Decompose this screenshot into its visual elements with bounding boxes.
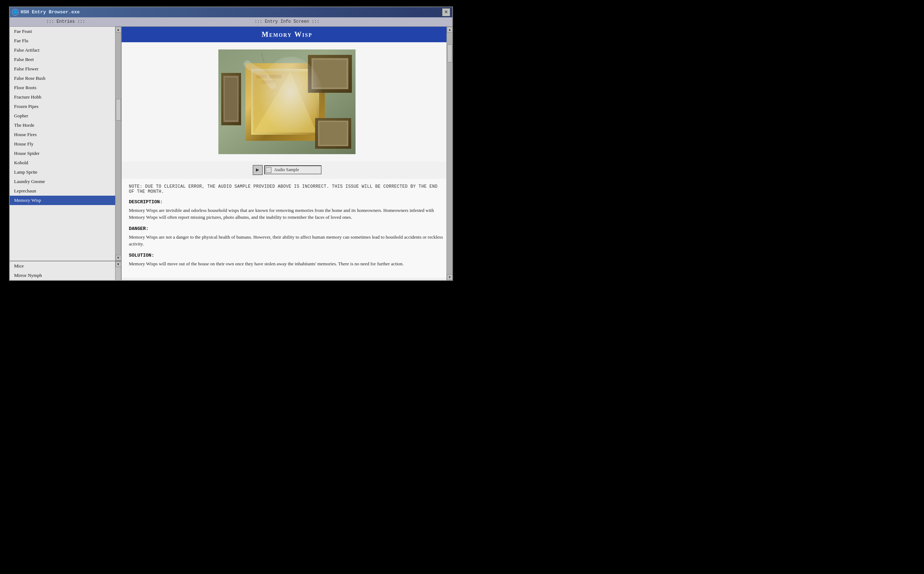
solution-text: Memory Wisps will move out of the house … [129, 260, 445, 268]
right-panel-inner: Memory Wisp [122, 27, 452, 280]
bottom-list-section: MiceMirror Nymph ▼ [10, 261, 121, 280]
entry-item-lamp-sprite[interactable]: Lamp Sprite [10, 167, 115, 177]
entries-header: ::: Entries ::: [10, 19, 122, 24]
right-panel-scrollbar[interactable]: ▲ ▼ [447, 27, 452, 280]
main-content: Fae FeastFae FluFalse ArtifactFalse Beet… [10, 27, 452, 280]
app-window: 🌐 HSH Entry Browser.exe ✕ ::: Entries ::… [9, 6, 453, 281]
info-header: ::: Entry Info Screen ::: [122, 19, 452, 24]
audio-checkbox[interactable] [266, 167, 271, 173]
entry-item-false-beet[interactable]: False Beet [10, 55, 115, 64]
right-scroll-track [447, 33, 452, 274]
title-bar-left: 🌐 HSH Entry Browser.exe [12, 9, 80, 16]
bottom-list-entries: MiceMirror Nymph ▼ [10, 261, 121, 280]
audio-label-container: Audio Sample [264, 166, 321, 174]
audio-player: Audio Sample [122, 161, 452, 179]
app-icon: 🌐 [12, 9, 19, 16]
entries-scrollbar[interactable]: ▲ ▼ [115, 27, 121, 261]
app-title: HSH Entry Browser.exe [20, 9, 80, 15]
entry-image [218, 49, 356, 154]
right-panel: Memory Wisp [122, 27, 452, 280]
top-list-section: Fae FeastFae FluFalse ArtifactFalse Beet… [10, 27, 121, 261]
section-headers: ::: Entries ::: ::: Entry Info Screen ::… [10, 17, 452, 27]
entry-item-house-fly[interactable]: House Fly [10, 139, 115, 149]
entry-item-leprechaun[interactable]: Leprechaun [10, 186, 115, 196]
entry-body: NOTE: DUE TO CLERICAL ERROR, THE AUDIO S… [122, 179, 452, 278]
title-bar: 🌐 HSH Entry Browser.exe ✕ [10, 7, 452, 17]
danger-label: DANGER: [129, 226, 445, 232]
frames-illustration [218, 49, 356, 154]
scroll-thumb[interactable] [116, 99, 121, 121]
solution-label: SOLUTION: [129, 253, 445, 258]
entry-item-floor-roots[interactable]: Floor Roots [10, 83, 115, 92]
right-scroll-down[interactable]: ▼ [447, 274, 452, 280]
entry-item-fae-flu[interactable]: Fae Flu [10, 36, 115, 46]
svg-rect-3 [225, 77, 237, 120]
entry-item-laundry-gnome[interactable]: Laundry Gnome [10, 177, 115, 186]
entry-item-kobold[interactable]: Kobold [10, 158, 115, 167]
entry-item-fae-feast[interactable]: Fae Feast [10, 27, 115, 36]
scroll-track [115, 33, 121, 255]
secondary-scroll-down[interactable]: ▼ [115, 261, 121, 267]
secondary-entry-mirror-nymph[interactable]: Mirror Nymph [10, 271, 115, 280]
svg-point-18 [258, 57, 323, 144]
entry-item-memory-wisp[interactable]: Memory Wisp [10, 196, 115, 205]
entry-item-gopher[interactable]: Gopher [10, 111, 115, 121]
left-panel: Fae FeastFae FluFalse ArtifactFalse Beet… [10, 27, 122, 280]
entry-title: Memory Wisp [262, 30, 312, 38]
entry-item-false-artifact[interactable]: False Artifact [10, 46, 115, 55]
right-scroll-thumb[interactable] [447, 44, 452, 63]
left-panel-wrapper: Fae FeastFae FluFalse ArtifactFalse Beet… [10, 27, 121, 280]
audio-label: Audio Sample [272, 166, 321, 173]
entry-item-fracture-hobb[interactable]: Fracture Hobb [10, 92, 115, 102]
scroll-down-button[interactable]: ▼ [115, 255, 121, 261]
close-button[interactable]: ✕ [442, 8, 450, 16]
entry-item-house-spider[interactable]: House Spider [10, 149, 115, 158]
entry-item-frozen-pipes[interactable]: Frozen Pipes [10, 102, 115, 111]
entry-item-the-horde[interactable]: The Horde [10, 121, 115, 130]
svg-rect-17 [320, 122, 347, 145]
entry-title-bar: Memory Wisp [122, 27, 452, 42]
play-button[interactable] [253, 165, 263, 175]
secondary-scrollbar[interactable]: ▼ [115, 261, 121, 280]
entry-item-false-rose-bush[interactable]: False Rose Bush [10, 74, 115, 83]
entry-item-false-flower[interactable]: False Flower [10, 64, 115, 74]
description-text: Memory Wisps are invisible and odorless … [129, 207, 445, 221]
note-text: NOTE: DUE TO CLERICAL ERROR, THE AUDIO S… [129, 184, 445, 194]
secondary-entries-container: MiceMirror Nymph [10, 261, 115, 280]
secondary-entry-mice[interactable]: Mice [10, 261, 115, 271]
entry-image-container [122, 42, 452, 161]
danger-text: Memory Wisps are not a danger to the phy… [129, 233, 445, 248]
entry-item-house-fires[interactable]: House Fires [10, 130, 115, 139]
description-label: DESCRIPTION: [129, 199, 445, 205]
right-scroll-up[interactable]: ▲ [447, 27, 452, 33]
scroll-up-button[interactable]: ▲ [115, 27, 121, 33]
entries-list: Fae FeastFae FluFalse ArtifactFalse Beet… [10, 27, 115, 261]
